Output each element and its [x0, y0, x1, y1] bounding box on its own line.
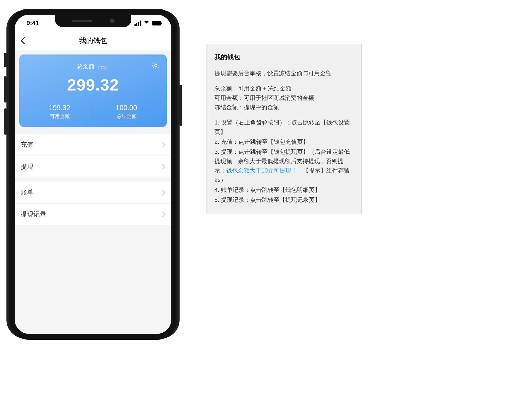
nav-bar: 我的钱包: [15, 32, 171, 50]
notes-panel: 我的钱包 提现需要后台审核，设置冻结金额与可用金额 总余额：可用金额 + 冻结金…: [207, 44, 362, 214]
balance-total-label: 总余额: [77, 63, 94, 71]
menu-group-1: 充值 提现: [15, 134, 171, 177]
notes-hint-link: 钱包余额大于10元可提现！，: [226, 167, 303, 174]
phone-notch: [55, 15, 131, 27]
menu-group-2: 账单 提现记录: [15, 182, 171, 225]
chevron-left-icon: [21, 37, 25, 45]
balance-unit: （元）: [96, 64, 110, 70]
chevron-right-icon: [162, 164, 166, 170]
status-time: 9:41: [26, 19, 39, 27]
menu-label: 提现: [21, 162, 33, 171]
notes-intro: 提现需要后台审核，设置冻结金额与可用金额: [214, 69, 354, 78]
menu-item-withdraw[interactable]: 提现: [15, 156, 171, 177]
balance-split: 199.32 可用金额 100.00 冻结金额: [26, 104, 160, 120]
phone-frame: 9:41 我的钱包 总余额 （元）: [9, 9, 177, 340]
balance-card: 总余额 （元） 299.32 199.32 可用金额: [19, 54, 167, 127]
available-balance: 199.32 可用金额: [26, 104, 93, 120]
page-title: 我的钱包: [79, 36, 107, 45]
notes-title: 我的钱包: [214, 52, 354, 62]
notes-item-3: 3. 提现：点击跳转至【钱包提现页】（后台设定最低提现额，余额大于最低提现额后支…: [214, 147, 354, 185]
notes-def-frozen: 冻结金额：提现中的金额: [214, 103, 354, 112]
phone-power-button: [180, 85, 182, 126]
notes-definitions: 总余额：可用金额 + 冻结金额 可用金额：可用于社区商城消费的金额 冻结金额：提…: [214, 84, 354, 112]
menu-item-withdraw-records[interactable]: 提现记录: [15, 203, 171, 225]
phone-volume-up: [4, 76, 6, 103]
chevron-right-icon: [162, 211, 166, 217]
phone-volume-down: [4, 108, 6, 135]
settings-button[interactable]: [151, 61, 160, 71]
menu-label: 提现记录: [21, 210, 46, 219]
menu-label: 账单: [21, 188, 33, 197]
notes-def-total: 总余额：可用金额 + 冻结金额: [214, 84, 354, 93]
notes-def-available: 可用金额：可用于社区商城消费的金额: [214, 93, 354, 103]
chevron-right-icon: [162, 189, 166, 195]
chevron-right-icon: [162, 142, 166, 148]
available-label: 可用金额: [26, 113, 93, 120]
status-icons: [134, 20, 161, 26]
phone-silence-switch: [4, 53, 6, 67]
notes-item-5: 5. 提现记录：点击跳转至【提现记录页】: [214, 195, 354, 204]
menu-item-recharge[interactable]: 充值: [15, 134, 171, 156]
gear-icon: [151, 61, 160, 70]
menu-section: 充值 提现 账单 提现记录: [15, 134, 171, 225]
svg-point-1: [155, 64, 157, 66]
notes-item-1: 1. 设置（右上角齿轮按钮）：点击跳转至【钱包设置页】: [214, 118, 354, 136]
wifi-icon: [143, 20, 150, 26]
notes-item-4: 4. 账单记录：点击跳转至【钱包明细页】: [214, 185, 354, 194]
svg-point-0: [146, 25, 147, 25]
back-button[interactable]: [21, 37, 29, 45]
menu-item-bills[interactable]: 账单: [15, 182, 171, 203]
notch-speaker: [72, 20, 92, 22]
balance-total-amount: 299.32: [26, 75, 160, 94]
frozen-amount: 100.00: [93, 104, 160, 112]
phone-screen: 9:41 我的钱包 总余额 （元）: [15, 15, 171, 334]
notch-camera: [110, 18, 115, 23]
available-amount: 199.32: [26, 104, 93, 112]
notes-item-2: 2. 充值：点击跳转至【钱包充值页】: [214, 137, 354, 146]
balance-header: 总余额 （元）: [26, 63, 160, 71]
frozen-label: 冻结金额: [93, 113, 160, 120]
content-area: 总余额 （元） 299.32 199.32 可用金额: [15, 50, 171, 225]
frozen-balance: 100.00 冻结金额: [93, 104, 160, 120]
battery-icon: [152, 21, 161, 25]
menu-label: 充值: [21, 140, 33, 149]
notes-instructions: 1. 设置（右上角齿轮按钮）：点击跳转至【钱包设置页】 2. 充值：点击跳转至【…: [214, 118, 354, 204]
cellular-signal-icon: [134, 21, 141, 26]
